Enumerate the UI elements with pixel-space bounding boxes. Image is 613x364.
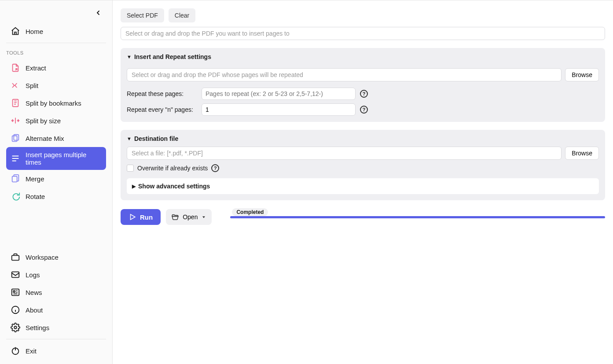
- nav-about[interactable]: About: [6, 301, 106, 319]
- collapse-triangle-icon: ▼: [127, 54, 132, 59]
- progress-area: Completed: [230, 216, 605, 218]
- run-label: Run: [140, 213, 153, 221]
- nav-split[interactable]: Split: [6, 77, 106, 94]
- folder-open-icon: [171, 213, 179, 221]
- play-icon: [128, 213, 136, 221]
- expand-triangle-icon: ▶: [132, 184, 136, 189]
- run-button[interactable]: Run: [121, 209, 161, 225]
- nav-split-size[interactable]: Split by size: [6, 112, 106, 129]
- main-content: Select PDF Clear ▼ Insert and Repeat set…: [113, 0, 613, 364]
- panel-title: Insert and Repeat settings: [134, 53, 211, 60]
- nav-label: Logs: [26, 271, 40, 279]
- svg-rect-4: [12, 255, 19, 260]
- about-icon: [11, 305, 20, 315]
- nav-merge[interactable]: Merge: [6, 170, 106, 188]
- chevron-down-icon: [201, 214, 206, 220]
- nav-label: Alternate Mix: [26, 135, 64, 142]
- nav-label: Exit: [26, 347, 37, 355]
- open-label: Open: [183, 213, 198, 221]
- home-icon: [11, 26, 20, 36]
- help-icon[interactable]: ?: [360, 106, 368, 114]
- destination-panel: ▼ Destination file Browse Overwrite if a…: [121, 130, 605, 200]
- alternate-mix-icon: [11, 133, 20, 143]
- repeat-every-input[interactable]: [202, 103, 356, 116]
- collapse-triangle-icon: ▼: [127, 136, 132, 141]
- svg-marker-11: [202, 217, 205, 218]
- split-bookmarks-icon: [11, 98, 20, 108]
- nav-label: Insert pages multiple times: [26, 151, 102, 166]
- rotate-icon: [11, 191, 20, 201]
- nav-label: About: [26, 306, 43, 314]
- nav-label: Merge: [26, 175, 44, 183]
- nav-label: Split by size: [26, 117, 61, 125]
- nav-news[interactable]: News: [6, 283, 106, 301]
- extract-icon: [11, 63, 20, 73]
- nav-exit[interactable]: Exit: [6, 342, 106, 360]
- nav-insert-pages[interactable]: Insert pages multiple times: [6, 147, 106, 170]
- tools-section-label: TOOLS: [0, 46, 112, 59]
- browse-source-button[interactable]: Browse: [565, 68, 599, 81]
- status-label: Completed: [232, 208, 268, 216]
- repeat-pages-label: Repeat these pages:: [127, 90, 197, 97]
- insert-repeat-panel: ▼ Insert and Repeat settings Browse Repe…: [121, 48, 605, 122]
- logs-icon: [11, 270, 20, 279]
- nav-label: News: [26, 289, 42, 296]
- settings-icon: [11, 323, 20, 332]
- collapse-sidebar-button[interactable]: [93, 7, 103, 18]
- nav-label: Settings: [26, 324, 49, 331]
- svg-rect-5: [12, 272, 19, 278]
- insert-repeat-header[interactable]: ▼ Insert and Repeat settings: [121, 48, 605, 65]
- nav-alternate-mix[interactable]: Alternate Mix: [6, 129, 106, 147]
- split-size-icon: [11, 116, 20, 125]
- svg-marker-10: [131, 214, 136, 220]
- advanced-settings-label: Show advanced settings: [138, 183, 210, 190]
- workspace-icon: [11, 252, 20, 262]
- nav-label: Workspace: [26, 254, 59, 261]
- exit-icon: [11, 346, 20, 356]
- nav-logs[interactable]: Logs: [6, 266, 106, 283]
- destination-file-input[interactable]: [127, 147, 562, 160]
- nav-home[interactable]: Home: [6, 22, 106, 40]
- nav-settings[interactable]: Settings: [6, 319, 106, 336]
- nav-label: Split: [26, 82, 38, 89]
- select-pdf-button[interactable]: Select PDF: [121, 8, 164, 22]
- sidebar: Home TOOLS Extract Split Split by bookma…: [0, 0, 113, 364]
- nav-extract[interactable]: Extract: [6, 59, 106, 77]
- source-pdf-input[interactable]: [127, 68, 562, 81]
- news-icon: [11, 287, 20, 297]
- nav-label: Extract: [26, 64, 46, 72]
- overwrite-label: Overwrite if already exists: [137, 165, 208, 172]
- repeat-pages-input[interactable]: [202, 88, 356, 100]
- clear-button[interactable]: Clear: [169, 8, 195, 22]
- nav-label: Split by bookmarks: [26, 99, 81, 107]
- panel-title: Destination file: [134, 135, 178, 142]
- nav-rotate[interactable]: Rotate: [6, 188, 106, 205]
- advanced-settings-toggle[interactable]: ▶ Show advanced settings: [127, 178, 599, 194]
- nav-split-bookmarks[interactable]: Split by bookmarks: [6, 94, 106, 112]
- insert-pages-icon: [11, 154, 20, 163]
- destination-header[interactable]: ▼ Destination file: [121, 130, 605, 147]
- nav-label: Home: [26, 28, 43, 35]
- help-icon[interactable]: ?: [211, 164, 219, 172]
- merge-icon: [11, 174, 20, 184]
- open-button[interactable]: Open: [166, 209, 212, 225]
- help-icon[interactable]: ?: [360, 90, 368, 98]
- repeat-every-label: Repeat every "n" pages:: [127, 106, 197, 113]
- overwrite-checkbox[interactable]: [127, 165, 134, 172]
- nav-label: Rotate: [26, 193, 45, 200]
- progress-bar: [230, 216, 605, 218]
- svg-point-8: [14, 326, 17, 329]
- nav-workspace[interactable]: Workspace: [6, 248, 106, 266]
- target-pdf-input[interactable]: [121, 27, 605, 40]
- split-icon: [11, 81, 20, 90]
- browse-destination-button[interactable]: Browse: [565, 147, 599, 160]
- svg-rect-3: [12, 176, 17, 182]
